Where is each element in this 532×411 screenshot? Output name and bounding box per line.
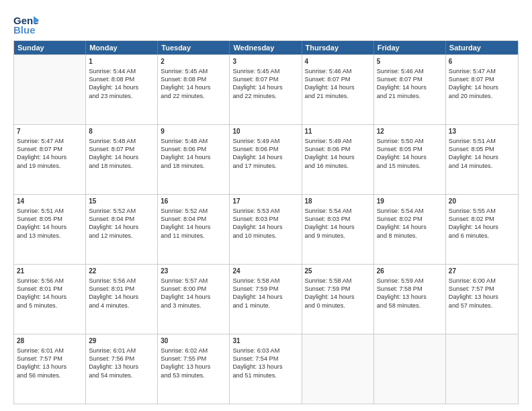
header-day-tuesday: Tuesday: [158, 41, 230, 54]
day-info-line: Sunrise: 5:45 AM: [161, 67, 226, 75]
day-info-line: Sunrise: 5:47 AM: [449, 67, 515, 75]
day-number: 13: [449, 127, 515, 136]
day-number: 2: [161, 57, 226, 66]
day-info-line: Sunrise: 5:51 AM: [449, 137, 515, 145]
day-number: 25: [305, 267, 371, 276]
empty-cell: [374, 334, 446, 404]
day-info-line: Daylight: 13 hours: [377, 293, 443, 301]
day-number: 12: [377, 127, 443, 136]
day-info-line: and 56 minutes.: [17, 371, 83, 379]
day-number: 16: [161, 197, 226, 206]
day-number: 19: [377, 197, 443, 206]
day-info-line: Daylight: 14 hours: [17, 223, 83, 231]
day-number: 23: [161, 267, 226, 276]
day-info-line: and 20 minutes.: [449, 92, 515, 100]
day-cell-30: 30Sunrise: 6:02 AMSunset: 7:55 PMDayligh…: [158, 334, 230, 404]
day-cell-1: 1Sunrise: 5:44 AMSunset: 8:08 PMDaylight…: [86, 55, 158, 124]
day-cell-8: 8Sunrise: 5:48 AMSunset: 8:07 PMDaylight…: [86, 125, 158, 194]
day-info-line: Daylight: 13 hours: [17, 363, 83, 371]
day-info-line: Sunrise: 5:49 AM: [232, 137, 298, 145]
day-info-line: Sunrise: 5:52 AM: [161, 207, 226, 215]
day-info-line: Sunset: 8:02 PM: [377, 215, 443, 223]
day-info-line: and 16 minutes.: [305, 162, 371, 170]
day-info-line: Sunrise: 5:59 AM: [377, 277, 443, 285]
day-info-line: Daylight: 14 hours: [232, 153, 298, 161]
day-info-line: Sunset: 8:03 PM: [305, 215, 371, 223]
day-info-line: Sunset: 8:04 PM: [89, 215, 154, 223]
day-info-line: Daylight: 14 hours: [17, 153, 83, 161]
header-day-friday: Friday: [374, 41, 446, 54]
day-cell-23: 23Sunrise: 5:57 AMSunset: 8:00 PMDayligh…: [158, 265, 230, 334]
day-info-line: Sunrise: 5:58 AM: [305, 277, 371, 285]
day-info-line: and 4 minutes.: [89, 302, 154, 310]
day-cell-12: 12Sunrise: 5:50 AMSunset: 8:05 PMDayligh…: [374, 125, 446, 194]
day-info-line: Sunrise: 5:58 AM: [232, 277, 298, 285]
day-number: 9: [161, 127, 226, 136]
day-cell-31: 31Sunrise: 6:03 AMSunset: 7:54 PMDayligh…: [230, 334, 302, 404]
day-number: 30: [161, 336, 226, 346]
day-info-line: and 58 minutes.: [377, 302, 443, 310]
week-row-5: 28Sunrise: 6:01 AMSunset: 7:57 PMDayligh…: [14, 334, 518, 404]
calendar-body: 1Sunrise: 5:44 AMSunset: 8:08 PMDaylight…: [14, 54, 518, 404]
day-number: 28: [17, 336, 83, 346]
day-cell-29: 29Sunrise: 6:01 AMSunset: 7:56 PMDayligh…: [86, 334, 158, 404]
day-info-line: Sunset: 8:05 PM: [449, 145, 515, 153]
day-info-line: Sunrise: 5:53 AM: [232, 207, 298, 215]
day-info-line: Sunrise: 5:57 AM: [161, 277, 226, 285]
header-day-saturday: Saturday: [446, 41, 518, 54]
day-info-line: Sunrise: 5:55 AM: [449, 207, 515, 215]
day-number: 7: [17, 127, 83, 136]
day-info-line: and 14 minutes.: [449, 162, 515, 170]
day-info-line: Daylight: 14 hours: [305, 293, 371, 301]
day-cell-2: 2Sunrise: 5:45 AMSunset: 8:08 PMDaylight…: [158, 55, 230, 124]
day-info-line: Sunset: 8:06 PM: [232, 145, 298, 153]
day-number: 22: [89, 267, 154, 276]
day-info-line: Daylight: 14 hours: [305, 83, 371, 91]
day-info-line: Sunrise: 5:51 AM: [17, 207, 83, 215]
day-cell-4: 4Sunrise: 5:46 AMSunset: 8:07 PMDaylight…: [302, 55, 374, 124]
svg-text:Blue: Blue: [13, 24, 36, 36]
day-info-line: Daylight: 14 hours: [377, 153, 443, 161]
day-cell-21: 21Sunrise: 5:56 AMSunset: 8:01 PMDayligh…: [14, 265, 86, 334]
day-info-line: Sunset: 8:01 PM: [89, 285, 154, 293]
day-info-line: and 21 minutes.: [377, 92, 443, 100]
day-number: 18: [305, 197, 371, 206]
day-info-line: and 57 minutes.: [449, 302, 515, 310]
week-row-3: 14Sunrise: 5:51 AMSunset: 8:05 PMDayligh…: [14, 194, 518, 264]
day-info-line: Daylight: 14 hours: [17, 293, 83, 301]
day-info-line: Sunset: 8:02 PM: [449, 215, 515, 223]
day-number: 17: [232, 197, 298, 206]
header: General Blue: [13, 11, 519, 36]
day-info-line: Daylight: 14 hours: [305, 153, 371, 161]
day-info-line: Daylight: 14 hours: [161, 83, 226, 91]
day-cell-26: 26Sunrise: 5:59 AMSunset: 7:58 PMDayligh…: [374, 265, 446, 334]
day-info-line: Sunset: 7:57 PM: [449, 285, 515, 293]
day-cell-16: 16Sunrise: 5:52 AMSunset: 8:04 PMDayligh…: [158, 195, 230, 264]
day-info-line: and 0 minutes.: [305, 302, 371, 310]
day-cell-3: 3Sunrise: 5:45 AMSunset: 8:07 PMDaylight…: [230, 55, 302, 124]
day-info-line: and 18 minutes.: [89, 162, 154, 170]
day-info-line: Daylight: 14 hours: [232, 293, 298, 301]
day-cell-11: 11Sunrise: 5:49 AMSunset: 8:06 PMDayligh…: [302, 125, 374, 194]
day-info-line: Daylight: 14 hours: [305, 223, 371, 231]
day-number: 26: [377, 267, 443, 276]
day-number: 29: [89, 336, 154, 346]
day-info-line: Daylight: 14 hours: [377, 223, 443, 231]
empty-cell: [446, 334, 518, 404]
day-info-line: Sunset: 7:55 PM: [161, 355, 226, 363]
day-info-line: Daylight: 14 hours: [161, 293, 226, 301]
header-day-sunday: Sunday: [14, 41, 86, 54]
day-cell-7: 7Sunrise: 5:47 AMSunset: 8:07 PMDaylight…: [14, 125, 86, 194]
day-info-line: Daylight: 13 hours: [449, 293, 515, 301]
day-info-line: Sunrise: 5:46 AM: [305, 67, 371, 75]
day-info-line: Daylight: 14 hours: [449, 83, 515, 91]
day-info-line: and 11 minutes.: [161, 232, 226, 240]
day-info-line: Sunset: 8:07 PM: [449, 75, 515, 83]
day-cell-9: 9Sunrise: 5:48 AMSunset: 8:06 PMDaylight…: [158, 125, 230, 194]
day-info-line: and 22 minutes.: [161, 92, 226, 100]
day-number: 14: [17, 197, 83, 206]
calendar: SundayMondayTuesdayWednesdayThursdayFrid…: [13, 40, 519, 404]
day-cell-14: 14Sunrise: 5:51 AMSunset: 8:05 PMDayligh…: [14, 195, 86, 264]
day-number: 24: [232, 267, 298, 276]
day-info-line: Sunset: 8:07 PM: [232, 75, 298, 83]
